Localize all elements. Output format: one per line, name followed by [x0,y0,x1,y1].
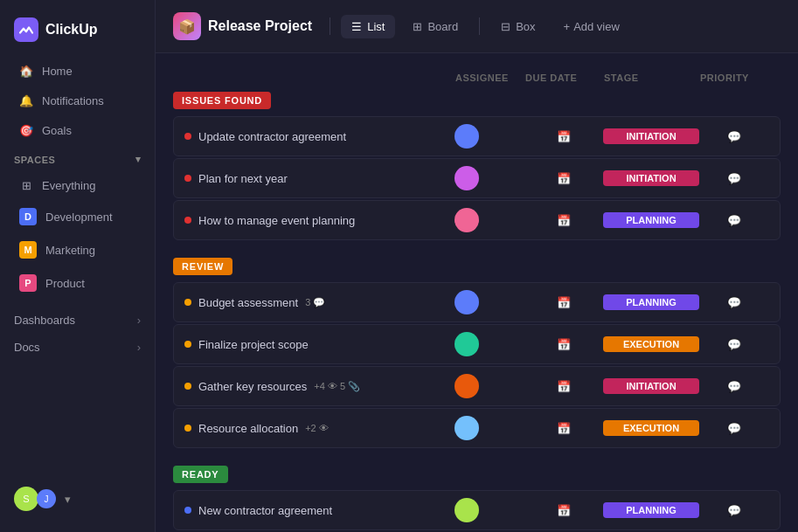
sidebar-item-everything[interactable]: ⊞ Everything [5,171,149,199]
due-date-calendar: 📅 [524,380,603,393]
table-row[interactable]: How to manage event planning 📅 PLANNING … [173,200,781,240]
header-divider-2 [479,17,480,35]
view-board-label: Board [427,20,458,33]
task-name: Update contractor agreement [184,130,455,143]
chevron-down-icon: ▾ [135,154,142,165]
task-dot [184,217,191,224]
list-icon: ☰ [351,20,362,33]
comment-icon[interactable]: 💬 [699,130,769,143]
stage-badge: INITIATION [603,128,699,144]
comment-icon[interactable]: 💬 [699,380,769,393]
due-date-calendar: 📅 [524,130,603,143]
view-box-button[interactable]: ⊟ Box [490,15,545,38]
add-view-button[interactable]: + Add view [553,15,630,38]
project-title: Release Project [208,18,312,34]
sidebar-item-home[interactable]: 🏠 Home [5,57,149,85]
group-label-review: REVIEW [173,258,232,275]
chevron-right-icon-docs: › [137,341,141,354]
clickup-logo-icon [14,17,38,42]
board-icon: ⊞ [413,20,422,33]
sidebar-item-dashboards[interactable]: Dashboards › [0,307,155,334]
due-date-calendar: 📅 [524,172,603,185]
spaces-label: Spaces [14,155,55,165]
svg-rect-0 [14,17,38,42]
sidebar-item-everything-label: Everything [42,179,95,192]
table-row[interactable]: Budget assessment 3 💬 📅 PLANNING 💬 [173,282,781,322]
spaces-section-header: Spaces ▾ [0,145,155,170]
comment-icon[interactable]: 💬 [699,338,769,351]
task-badge: +4 👁 5 📎 [314,381,360,392]
user-avatar-2[interactable]: J [37,489,56,508]
task-name: New contractor agreement [184,504,455,517]
box-icon: ⊟ [501,20,510,33]
sidebar-item-goals[interactable]: 🎯 Goals [5,116,149,144]
sidebar-item-development-label: Development [45,211,113,224]
sidebar-item-marketing[interactable]: M Marketing [5,234,149,266]
table-row[interactable]: Gather key resources +4 👁 5 📎 📅 INITIATI… [173,366,781,406]
task-dot [184,299,191,306]
due-date-calendar: 📅 [524,504,603,517]
group-ready: READY New contractor agreement 📅 PLANNIN… [173,466,781,532]
logo[interactable]: ClickUp [0,10,155,56]
col-stage: STAGE [604,73,700,83]
table-row[interactable]: Resource allocation +2 👁 📅 EXECUTION 💬 [173,408,781,448]
plus-icon: + [564,20,571,33]
chevron-right-icon: › [137,314,141,327]
comment-icon[interactable]: 💬 [699,504,769,517]
sidebar-item-docs-label: Docs [14,341,40,354]
task-dot [184,425,191,432]
task-badge: +2 👁 [305,423,329,433]
sidebar-item-goals-label: Goals [42,124,72,137]
user-menu-chevron[interactable]: ▾ [65,493,71,506]
sidebar-item-product[interactable]: P Product [5,267,149,299]
sidebar-item-notifications[interactable]: 🔔 Notifications [5,86,149,114]
sidebar-item-marketing-label: Marketing [45,244,95,257]
comment-icon[interactable]: 💬 [699,214,769,227]
task-name: Gather key resources +4 👁 5 📎 [184,380,455,393]
task-name: Plan for next year [184,172,455,185]
view-board-button[interactable]: ⊞ Board [402,15,468,38]
view-list-button[interactable]: ☰ List [341,15,395,38]
sidebar-item-docs[interactable]: Docs › [0,334,155,361]
avatar [455,124,479,149]
project-icon: 📦 [173,12,201,40]
sidebar-item-home-label: Home [42,65,73,78]
page-header: 📦 Release Project ☰ List ⊞ Board ⊟ Box +… [156,0,798,53]
sidebar-item-dashboards-label: Dashboards [14,314,75,327]
stage-badge: PLANNING [603,294,699,310]
task-dot [184,133,191,140]
col-due-date: DUE DATE [525,73,604,83]
sidebar-item-product-label: Product [45,277,85,290]
user-avatar[interactable]: S [14,487,38,511]
avatar [455,208,479,232]
due-date-calendar: 📅 [524,422,603,435]
due-date-calendar: 📅 [524,338,603,351]
comment-icon[interactable]: 💬 [699,422,769,435]
task-name: Budget assessment 3 💬 [184,296,455,309]
stage-badge: INITIATION [603,170,699,186]
development-dot: D [19,208,37,225]
header-divider [330,17,330,35]
grid-icon: ⊞ [19,178,33,192]
sidebar-item-development[interactable]: D Development [5,201,149,232]
task-list-content: ASSIGNEE DUE DATE STAGE PRIORITY ISSUES … [156,53,798,532]
view-box-label: Box [516,20,535,33]
app-name: ClickUp [45,22,98,38]
home-icon: 🏠 [19,64,33,78]
table-row[interactable]: Update contractor agreement 📅 INITIATION… [173,116,781,156]
add-view-label: Add view [573,20,620,33]
stage-badge: INITIATION [603,378,699,394]
table-row[interactable]: New contractor agreement 📅 PLANNING 💬 [173,490,781,530]
table-row[interactable]: Finalize project scope 📅 EXECUTION 💬 [173,324,781,364]
table-header: ASSIGNEE DUE DATE STAGE PRIORITY [173,67,781,88]
sidebar-item-notifications-label: Notifications [42,94,104,107]
avatar [455,498,479,522]
main-content: 📦 Release Project ☰ List ⊞ Board ⊟ Box +… [156,0,798,532]
stage-badge: EXECUTION [603,420,699,436]
stage-badge: PLANNING [603,212,699,228]
sidebar: ClickUp 🏠 Home 🔔 Notifications 🎯 Goals S… [0,0,156,532]
comment-icon[interactable]: 💬 [699,296,769,309]
comment-icon[interactable]: 💬 [699,172,769,185]
table-row[interactable]: Plan for next year 📅 INITIATION 💬 [173,158,781,198]
group-review: REVIEW Budget assessment 3 💬 📅 PLANNING … [173,258,781,448]
